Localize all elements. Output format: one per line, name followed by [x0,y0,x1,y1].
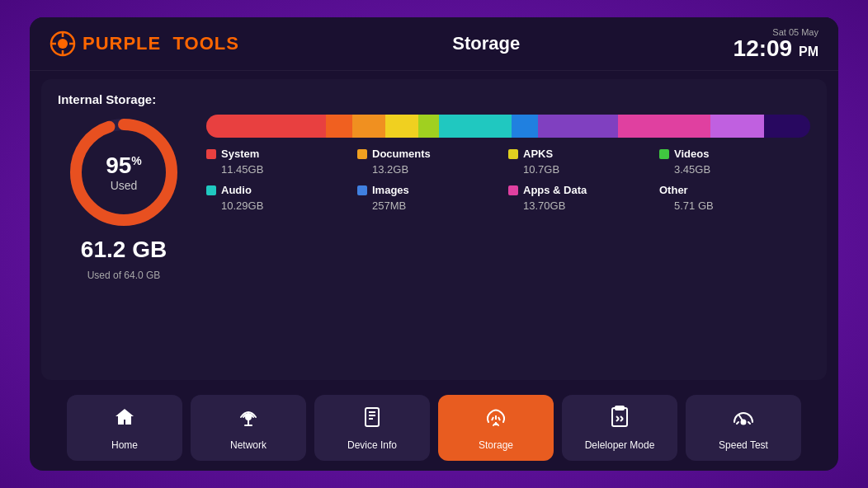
svg-line-16 [492,417,493,420]
main-screen: PURPLE TOOLS Storage Sat 05 May 12:09 PM… [30,17,838,471]
logo-icon [50,30,76,57]
svg-point-1 [58,39,68,49]
apps-data-color [508,185,518,195]
bar-pink [618,115,711,138]
time-display: 12:09 PM [734,37,818,60]
svg-line-24 [620,419,623,421]
internal-storage-label: Internal Storage: [58,92,810,106]
bottom-nav: Home Network [30,388,838,471]
device-info-label: Device Info [347,439,397,451]
usage-percent: 95% [106,152,142,179]
apks-label: APKS [523,148,553,160]
bar-lime [418,115,438,138]
storage-item-documents: Documents 13.2GB [357,148,508,176]
audio-color [206,185,216,195]
donut-chart: 95% Used [66,115,182,230]
storage-label-nav: Storage [479,439,513,451]
home-icon [113,406,136,434]
network-label: Network [230,439,267,451]
apps-data-value: 13.70GB [508,199,659,212]
storage-panel: Internal Storage: 95% Used [41,79,827,380]
images-label: Images [372,184,409,196]
storage-grid: System 11.45GB Documents 13.2GB [206,148,810,212]
videos-label: Videos [674,148,709,160]
logo: PURPLE TOOLS [50,30,239,57]
videos-value: 3.45GB [659,163,810,176]
developer-mode-icon [610,406,630,434]
system-label: System [221,148,259,160]
svg-point-26 [742,420,746,424]
donut-center: 95% Used [106,152,142,192]
bar-yellow [385,115,418,138]
svg-line-18 [498,417,500,420]
bar-amber [352,115,385,138]
nav-network[interactable]: Network [191,395,306,461]
images-value: 257MB [357,199,508,212]
storage-item-system: System 11.45GB [206,148,357,176]
bar-purple [538,115,618,138]
other-value: 5.71 GB [659,199,810,212]
apks-value: 10.7GB [508,163,659,176]
apps-data-label: Apps & Data [523,184,587,196]
storage-item-audio: Audio 10.29GB [206,184,357,212]
bar-system [206,115,326,138]
speed-test-icon [731,406,756,434]
speed-test-label: Speed Test [719,439,768,451]
bar-violet [710,115,763,138]
svg-line-22 [616,419,619,421]
logo-text: PURPLE TOOLS [83,33,239,54]
right-panel: System 11.45GB Documents 13.2GB [206,115,810,212]
bar-cyan [439,115,512,138]
nav-developer-mode[interactable]: Deleloper Mode [562,395,677,461]
nav-storage[interactable]: Storage [438,395,554,461]
storage-item-other: Other 5.71 GB [659,184,810,212]
nav-home[interactable]: Home [67,395,182,461]
network-icon [237,406,260,434]
images-color [357,185,367,195]
storage-item-apks: APKS 10.7GB [508,148,659,176]
svg-rect-19 [612,408,627,426]
apks-color [508,149,518,159]
documents-color [357,149,367,159]
svg-rect-11 [366,408,379,426]
other-label: Other [659,184,688,196]
documents-value: 13.2GB [357,163,508,176]
system-value: 11.45GB [206,163,357,176]
logo-tools: TOOLS [172,33,238,54]
bar-orange [326,115,352,138]
donut-area: 95% Used 61.2 GB Used of 64.0 GB [58,115,190,281]
page-title: Storage [452,33,520,54]
storage-of-label: Used of 64.0 GB [87,270,161,281]
home-label: Home [111,439,138,451]
audio-label: Audio [221,184,252,196]
svg-line-28 [748,422,750,424]
svg-line-27 [737,422,738,424]
documents-label: Documents [372,148,431,160]
header: PURPLE TOOLS Storage Sat 05 May 12:09 PM [30,17,838,71]
nav-speed-test[interactable]: Speed Test [686,395,801,461]
system-color [206,149,216,159]
used-label: Used [106,179,142,192]
storage-item-images: Images 257MB [357,184,508,212]
content-row: 95% Used 61.2 GB Used of 64.0 GB [58,115,810,367]
audio-value: 10.29GB [206,199,357,212]
clock: Sat 05 May 12:09 PM [734,27,818,60]
storage-bar [206,115,810,138]
logo-purple: PURPLE [83,33,161,54]
storage-icon [484,406,508,434]
storage-size: 61.2 GB [81,237,167,263]
svg-line-21 [616,416,619,419]
storage-item-apps-data: Apps & Data 13.70GB [508,184,659,212]
bar-dark [764,115,810,138]
device-info-icon [361,406,384,434]
videos-color [659,149,669,159]
bar-blue [512,115,538,138]
developer-mode-label: Deleloper Mode [585,439,655,451]
storage-item-videos: Videos 3.45GB [659,148,810,176]
nav-device-info[interactable]: Device Info [314,395,430,461]
